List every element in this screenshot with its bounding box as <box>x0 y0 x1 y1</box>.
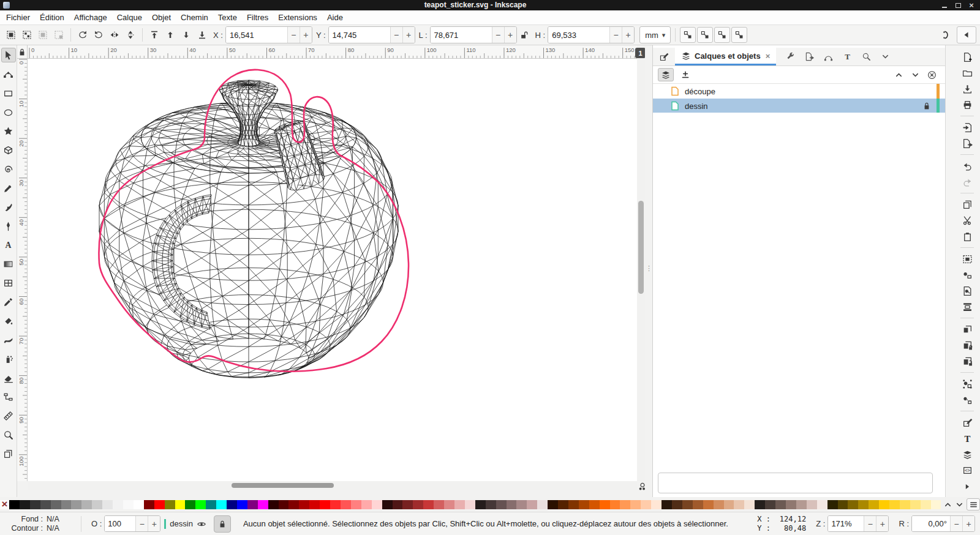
palette-swatch[interactable] <box>527 500 537 509</box>
move-gradients-toggle[interactable] <box>714 27 730 43</box>
palette-swatch[interactable] <box>827 500 838 509</box>
zoom-page-width-button[interactable] <box>960 300 974 313</box>
palette-swatch[interactable] <box>486 500 496 509</box>
menu-edition[interactable]: Édition <box>35 11 69 24</box>
palette-swatch[interactable] <box>413 500 423 509</box>
tool-gradient[interactable] <box>1 256 16 271</box>
palette-swatch[interactable] <box>620 500 630 509</box>
palette-swatch[interactable] <box>516 500 527 509</box>
unlink-clone-button[interactable] <box>960 354 974 368</box>
palette-swatch[interactable] <box>931 500 941 509</box>
palette-swatch[interactable] <box>454 500 465 509</box>
page-number-badge[interactable]: 1 <box>635 48 646 58</box>
palette-swatch[interactable] <box>775 500 786 509</box>
tool-measure[interactable] <box>1 408 16 423</box>
palette-swatch[interactable] <box>703 500 714 509</box>
x-plus-button[interactable] <box>300 27 312 43</box>
horizontal-ruler[interactable]: 0102030405060708090100110120130140150 <box>28 45 637 59</box>
menu-chemin[interactable]: Chemin <box>176 11 213 24</box>
palette-swatch[interactable] <box>51 500 61 509</box>
menu-objet[interactable]: Objet <box>147 11 176 24</box>
palette-swatch[interactable] <box>869 500 879 509</box>
group-button[interactable] <box>960 377 974 391</box>
palette-swatch[interactable] <box>165 500 175 509</box>
cut-button[interactable] <box>960 214 974 227</box>
layer-visibility-toggle[interactable] <box>197 519 206 529</box>
palette-swatch[interactable] <box>475 500 486 509</box>
palette-swatch[interactable] <box>299 500 309 509</box>
palette-swatch[interactable] <box>185 500 195 509</box>
palette-swatch[interactable] <box>393 500 403 509</box>
print-button[interactable] <box>960 98 974 111</box>
palette-menu-button[interactable] <box>967 498 980 511</box>
canvas[interactable] <box>28 59 637 481</box>
palette-swatch[interactable] <box>900 500 910 509</box>
palette-swatch[interactable] <box>848 500 858 509</box>
width-minus-button[interactable] <box>492 27 504 43</box>
horizontal-scrollbar[interactable] <box>28 481 637 490</box>
document-new-button[interactable] <box>960 50 974 64</box>
palette-swatch[interactable] <box>361 500 372 509</box>
undo-button[interactable] <box>960 159 974 173</box>
palette-swatch[interactable] <box>154 500 165 509</box>
close-tab-icon[interactable] <box>766 51 771 61</box>
palette-swatch[interactable] <box>81 500 92 509</box>
trace-dialog-icon[interactable] <box>824 52 833 61</box>
tool-connector[interactable] <box>1 389 16 404</box>
palette-swatch[interactable] <box>206 500 216 509</box>
palette-swatch[interactable] <box>195 500 206 509</box>
palette-swatch[interactable] <box>144 500 154 509</box>
palette-swatch[interactable] <box>423 500 434 509</box>
palette-swatch[interactable] <box>61 500 72 509</box>
layers-only-toggle[interactable] <box>658 68 674 81</box>
zoom-page-button[interactable] <box>960 284 974 297</box>
menu-calque[interactable]: Calque <box>112 11 147 24</box>
tool-eraser[interactable] <box>1 370 16 385</box>
palette-swatch[interactable] <box>558 500 568 509</box>
palette-swatch[interactable] <box>817 500 827 509</box>
tab-fill-stroke[interactable] <box>653 48 675 65</box>
select-all-layers-button[interactable] <box>20 28 34 42</box>
import-document-button[interactable] <box>960 121 974 134</box>
palette-swatch[interactable] <box>216 500 227 509</box>
palette-swatch[interactable] <box>175 500 186 509</box>
palette-swatch[interactable] <box>641 500 651 509</box>
text-dialog-icon[interactable]: T <box>843 52 852 61</box>
opacity-minus-button[interactable] <box>135 516 148 531</box>
palette-swatch[interactable] <box>734 500 744 509</box>
scale-corners-toggle[interactable] <box>697 27 713 43</box>
folder-open-button[interactable] <box>960 66 974 80</box>
palette-swatch[interactable] <box>910 500 921 509</box>
zoom-selection-button[interactable] <box>960 252 974 266</box>
collapse-snap-toolbar-button[interactable] <box>957 26 976 43</box>
palette-swatch[interactable] <box>330 500 341 509</box>
palette-swatch[interactable] <box>682 500 693 509</box>
tool-tweak[interactable] <box>1 332 16 347</box>
tab-layers-objects[interactable]: Calques et objets <box>675 48 776 65</box>
palette-swatch[interactable] <box>765 500 775 509</box>
palette-swatch[interactable] <box>102 500 113 509</box>
flip-horizontal-button[interactable] <box>107 28 122 42</box>
height-minus-button[interactable] <box>609 27 622 43</box>
palette-swatch[interactable] <box>858 500 869 509</box>
palette-swatch[interactable] <box>402 500 413 509</box>
palette-swatch[interactable] <box>92 500 102 509</box>
palette-swatch[interactable] <box>247 500 258 509</box>
palette-swatch[interactable] <box>351 500 361 509</box>
tool-zoom[interactable] <box>1 427 16 442</box>
minimize-button[interactable] <box>941 2 948 9</box>
palette-swatch[interactable] <box>786 500 796 509</box>
menu-texte[interactable]: Texte <box>213 11 242 24</box>
add-layer-button[interactable] <box>677 68 693 81</box>
palette-swatch[interactable] <box>237 500 247 509</box>
width-input[interactable] <box>431 27 492 43</box>
palette-scroll-up-button[interactable] <box>943 500 952 509</box>
blend-mode-select[interactable] <box>658 473 933 493</box>
raise-to-top-button[interactable] <box>147 28 162 42</box>
width-plus-button[interactable] <box>504 27 516 43</box>
palette-swatch[interactable] <box>320 500 330 509</box>
palette-swatch[interactable] <box>341 500 351 509</box>
y-input[interactable] <box>329 27 390 43</box>
no-color-swatch[interactable] <box>0 500 9 509</box>
palette-swatch[interactable] <box>496 500 507 509</box>
